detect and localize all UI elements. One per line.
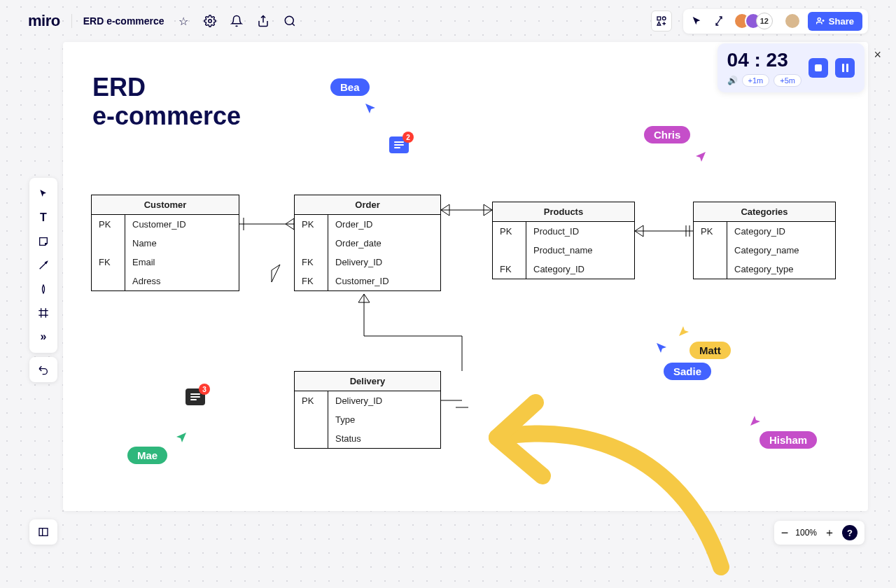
attr-cell: Name [125, 234, 239, 253]
divider [71, 14, 72, 28]
key-cell [493, 241, 526, 260]
key-cell: PK [694, 222, 727, 241]
pen-tool[interactable] [33, 279, 54, 300]
collab-group: 12 Share [683, 9, 868, 34]
key-cell: PK [295, 391, 328, 410]
cursor-arrow-icon [693, 150, 707, 164]
comment-count: 2 [402, 132, 414, 143]
canvas[interactable]: ERD e-commerce Customer PKFK Customer_ID… [63, 42, 868, 511]
timer-panel[interactable]: 04 : 23 🔊 +1m +5m × [718, 43, 864, 92]
svg-marker-8 [46, 262, 48, 264]
zoom-out-button[interactable]: − [781, 526, 789, 540]
key-cell: FK [92, 253, 125, 272]
svg-marker-26 [358, 294, 370, 302]
attr-cell: Type [328, 410, 440, 429]
bell-icon[interactable] [229, 13, 244, 29]
svg-marker-23 [635, 225, 643, 237]
entity-categories[interactable]: Categories PK Category_IDCategory_nameCa… [693, 202, 836, 279]
attr-cell: Product_ID [526, 222, 634, 241]
cursor-tag-hisham: Hisham [760, 431, 817, 449]
zoom-in-button[interactable]: ＋ [824, 526, 835, 540]
cursor-tag-bea: Bea [330, 78, 370, 96]
apps-icon[interactable] [651, 10, 672, 31]
attr-cell: Category_type [727, 260, 835, 279]
cursor-tag-sadie: Sadie [664, 363, 711, 380]
toolbar: T » [29, 178, 57, 353]
line-tool[interactable] [33, 255, 54, 276]
cursor-arrow-icon [655, 342, 669, 356]
avatar-count: 12 [756, 13, 773, 29]
settings-icon[interactable] [202, 13, 218, 29]
frame-tool[interactable] [33, 302, 54, 323]
svg-point-0 [208, 20, 211, 23]
comment-bubble[interactable]: 2 [389, 136, 409, 153]
entity-delivery[interactable]: Delivery PK Delivery_IDTypeStatus [294, 371, 441, 449]
attr-cell: Delivery_ID [328, 391, 440, 410]
attr-cell: Order_date [328, 234, 440, 253]
pointer-icon[interactable] [689, 13, 704, 29]
share-label: Share [829, 16, 854, 27]
zoom-level[interactable]: 100% [795, 528, 817, 538]
svg-marker-20 [441, 204, 449, 216]
reactions-icon[interactable] [711, 13, 727, 29]
logo[interactable]: miro [28, 12, 60, 30]
timer-add-1m[interactable]: +1m [742, 74, 770, 87]
key-cell [295, 234, 328, 253]
attr-cell: Product_name [526, 241, 634, 260]
svg-rect-3 [657, 17, 661, 20]
board-name[interactable]: ERD e-commerce [83, 15, 164, 27]
drawn-arrow[interactable] [455, 371, 735, 581]
export-icon[interactable] [255, 13, 271, 29]
avatars[interactable]: 12 [734, 13, 773, 29]
cursor-arrow-icon [678, 323, 692, 337]
key-cell [295, 429, 328, 448]
panel-toggle-button[interactable] [29, 519, 57, 545]
comment-count: 3 [199, 384, 210, 395]
svg-line-2 [292, 23, 294, 25]
timer-time: 04 : 23 [727, 49, 802, 71]
entity-title: Products [493, 202, 634, 222]
entity-products[interactable]: Products PKFK Product_IDProduct_nameCate… [492, 202, 635, 279]
svg-marker-18 [272, 265, 280, 282]
diagram-title[interactable]: ERD e-commerce [92, 73, 241, 131]
key-cell [92, 272, 125, 290]
undo-button[interactable] [29, 357, 57, 382]
self-avatar[interactable] [784, 13, 801, 29]
help-button[interactable]: ? [842, 525, 858, 540]
star-icon[interactable]: ☆ [176, 13, 191, 29]
share-button[interactable]: Share [808, 12, 862, 31]
key-cell: PK [92, 215, 125, 234]
attr-cell: Status [328, 429, 440, 448]
key-cell: PK [493, 222, 526, 241]
svg-point-4 [662, 17, 666, 20]
cursor-arrow-icon [174, 431, 188, 445]
cursor-tag-chris: Chris [644, 126, 690, 144]
attr-cell: Delivery_ID [328, 253, 440, 272]
attr-cell: Category_ID [526, 260, 634, 279]
comment-bubble[interactable]: 3 [186, 388, 205, 405]
key-cell: FK [493, 260, 526, 279]
timer-close-icon[interactable]: × [874, 48, 881, 62]
timer-add-5m[interactable]: +5m [774, 74, 802, 87]
entity-order[interactable]: Order PKFKFK Order_IDOrder_dateDelivery_… [294, 195, 441, 291]
more-tools[interactable]: » [33, 326, 54, 347]
key-cell [694, 260, 727, 279]
entity-customer[interactable]: Customer PKFK Customer_IDNameEmailAdress [91, 195, 239, 291]
attr-cell: Category_ID [727, 222, 835, 241]
key-cell: FK [295, 253, 328, 272]
attr-cell: Adress [125, 272, 239, 290]
select-tool[interactable] [33, 183, 54, 204]
svg-marker-21 [484, 204, 492, 216]
sticky-tool[interactable] [33, 231, 54, 252]
attr-cell: Order_ID [328, 215, 440, 234]
attr-cell: Customer_ID [328, 272, 440, 290]
timer-stop-button[interactable] [808, 58, 828, 78]
entity-title: Categories [694, 202, 835, 222]
text-tool[interactable]: T [33, 207, 54, 228]
svg-point-1 [285, 16, 293, 24]
search-icon[interactable] [282, 13, 298, 29]
attr-cell: Category_name [727, 241, 835, 260]
timer-pause-button[interactable] [835, 58, 855, 78]
cursor-tag-matt: Matt [690, 342, 731, 359]
sound-icon[interactable]: 🔊 [727, 76, 738, 85]
